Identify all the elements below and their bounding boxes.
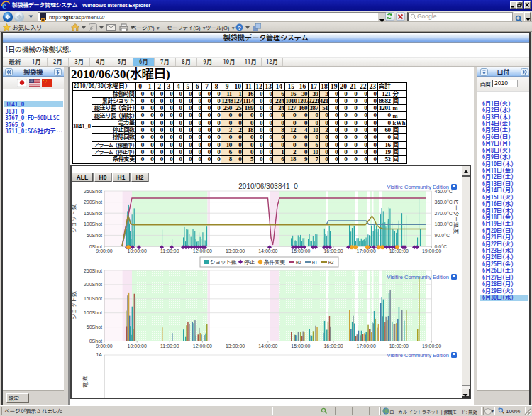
svg-text:270.0°C: 270.0°C [435, 211, 453, 216]
svg-text:ショット数: ショット数 [71, 291, 77, 319]
svg-text:14:00:00: 14:00:00 [258, 344, 277, 349]
svg-text:50Shot: 50Shot [87, 233, 102, 238]
svg-text:13:00:00: 13:00:00 [226, 344, 245, 349]
svg-text:19:00:00: 19:00:00 [422, 344, 441, 349]
svg-text:90.0°C: 90.0°C [435, 233, 450, 238]
svg-text:250Shot: 250Shot [84, 268, 102, 273]
svg-text:13:00:00: 13:00:00 [226, 248, 245, 253]
svg-text:10:00:00: 10:00:00 [128, 248, 147, 253]
svg-text:200Shot: 200Shot [84, 282, 102, 287]
svg-text:0.0°C: 0.0°C [435, 244, 448, 249]
svg-text:18:00:00: 18:00:00 [389, 344, 409, 349]
svg-text:条件変更: 条件変更 [264, 259, 286, 265]
svg-text:11:00:00: 11:00:00 [160, 248, 179, 253]
svg-text:電流: 電流 [82, 376, 88, 388]
svg-text:19:00:00: 19:00:00 [422, 248, 441, 253]
svg-text:停止: 停止 [244, 259, 255, 265]
svg-text:10:00:00: 10:00:00 [128, 344, 147, 349]
svg-text:14:00:00: 14:00:00 [258, 248, 277, 253]
svg-text:9:00:00: 9:00:00 [96, 344, 112, 349]
svg-text:9:00:00: 9:00:00 [96, 248, 112, 253]
svg-text:150Shot: 150Shot [84, 296, 102, 301]
svg-text:50Shot: 50Shot [87, 324, 102, 329]
svg-text:150Shot: 150Shot [84, 211, 102, 216]
svg-text:ショット数: ショット数 [210, 259, 237, 265]
svg-text:2010/06/303841_0: 2010/06/303841_0 [238, 182, 298, 190]
svg-text:15:00:00: 15:00:00 [291, 248, 310, 253]
svg-text:ヒーター温度: ヒーター温度 [453, 199, 459, 234]
svg-text:H2: H2 [328, 259, 334, 265]
svg-text:Visifire Community Edition: Visifire Community Edition [387, 274, 449, 280]
svg-text:ショット数: ショット数 [71, 204, 77, 233]
svg-text:180.0°C: 180.0°C [435, 221, 453, 226]
svg-text:Visifire Community Edition: Visifire Community Edition [387, 352, 449, 358]
svg-text:200Shot: 200Shot [84, 199, 102, 204]
svg-text:16:00:00: 16:00:00 [323, 248, 343, 253]
svg-text:17:00:00: 17:00:00 [357, 344, 376, 349]
svg-text:12:00:00: 12:00:00 [193, 344, 212, 349]
svg-text:12:00:00: 12:00:00 [193, 248, 212, 253]
svg-text:360.0°C: 360.0°C [435, 199, 453, 204]
svg-text:100Shot: 100Shot [84, 221, 102, 226]
svg-text:18:00:00: 18:00:00 [389, 248, 409, 253]
svg-text:Visifire Community Edition: Visifire Community Edition [387, 184, 449, 190]
svg-text:11:00:00: 11:00:00 [160, 344, 179, 349]
svg-text:100Shot: 100Shot [84, 310, 102, 315]
svg-text:17:00:00: 17:00:00 [357, 248, 376, 253]
svg-text:16:00:00: 16:00:00 [323, 344, 343, 349]
svg-text:1A: 1A [96, 352, 102, 357]
svg-text:H0: H0 [296, 259, 301, 265]
svg-text:15:00:00: 15:00:00 [291, 344, 310, 349]
svg-text:H1: H1 [312, 259, 318, 265]
svg-text:250Shot: 250Shot [84, 189, 102, 194]
